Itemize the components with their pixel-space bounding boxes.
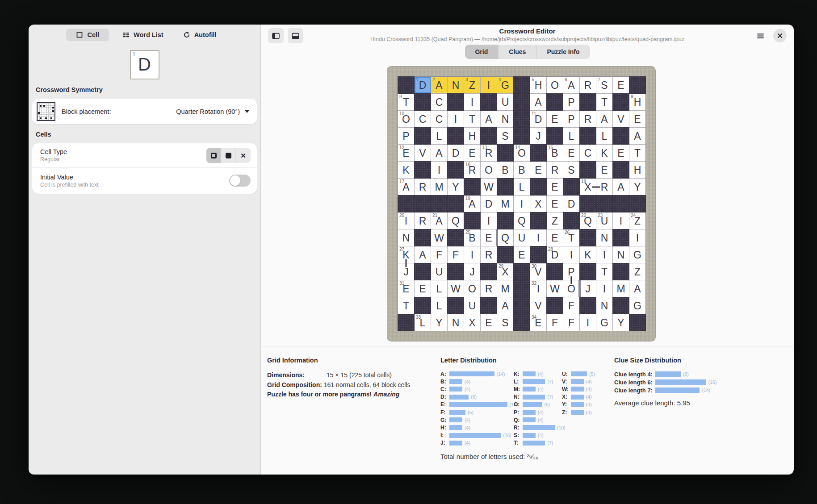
grid-cell-r10c5[interactable]: 25B [464, 229, 480, 246]
grid-cell-r7c10[interactable]: E [547, 179, 563, 195]
grid-cell-r15c4[interactable]: N [448, 314, 464, 331]
grid-cell-r8c11[interactable]: D [563, 196, 579, 212]
grid-cell-r3c14[interactable]: V [613, 111, 629, 127]
grid-cell-r8c1[interactable] [398, 196, 414, 212]
grid-cell-r15c8[interactable] [514, 314, 530, 331]
grid-cell-r13c13[interactable]: I [596, 280, 612, 297]
cell-type-regular-button[interactable] [206, 148, 221, 163]
grid-cell-r15c6[interactable]: E [481, 314, 497, 331]
grid-cell-r10c13[interactable]: N [596, 229, 612, 246]
grid-cell-r7c11[interactable] [563, 179, 579, 195]
grid-cell-r7c2[interactable]: R [415, 179, 431, 195]
grid-cell-r13c8[interactable] [514, 280, 530, 297]
grid-cell-r9c13[interactable]: 23U [596, 212, 612, 229]
grid-cell-r6c13[interactable]: E [596, 162, 612, 178]
grid-cell-r7c15[interactable]: Y [629, 179, 645, 195]
grid-cell-r11c5[interactable]: I [464, 246, 480, 263]
grid-cell-r11c11[interactable]: I [563, 246, 579, 263]
grid-cell-r2c1[interactable]: 8T [398, 94, 414, 110]
block-placement-row[interactable]: Block placement: Quarter Rotation (90°) [32, 99, 257, 124]
grid-cell-r10c15[interactable]: I [629, 229, 645, 246]
grid-cell-r3c15[interactable]: E [629, 111, 645, 127]
grid-cell-r12c10[interactable] [547, 263, 563, 280]
grid-cell-r1c9[interactable]: 5H [530, 77, 546, 93]
grid-cell-r6c1[interactable]: K [398, 162, 414, 178]
grid-cell-r6c11[interactable]: S [563, 162, 579, 178]
grid-cell-r10c6[interactable]: E [481, 229, 497, 246]
grid-cell-r5c2[interactable]: V [415, 145, 431, 161]
grid-cell-r11c8[interactable]: E [514, 246, 530, 263]
grid-cell-r5c13[interactable]: K [596, 145, 612, 161]
toggle-bottom-panel-button[interactable] [288, 28, 303, 43]
grid-cell-r10c1[interactable]: N [398, 229, 414, 246]
grid-cell-r12c8[interactable] [514, 263, 530, 280]
grid-cell-r3c5[interactable]: T [464, 111, 480, 127]
grid-cell-r5c10[interactable]: 15B [547, 145, 563, 161]
grid-cell-r13c11[interactable]: O [563, 280, 579, 297]
grid-cell-r5c12[interactable]: C [580, 145, 596, 161]
grid-cell-r14c13[interactable]: N [596, 297, 612, 314]
grid-cell-r6c5[interactable]: 16R [464, 162, 480, 178]
grid-cell-r6c6[interactable]: O [481, 162, 497, 178]
grid-cell-r13c4[interactable]: W [448, 280, 464, 297]
grid-cell-r4c7[interactable]: S [497, 128, 513, 144]
grid-cell-r15c3[interactable]: Y [431, 314, 447, 331]
grid-cell-r9c7[interactable] [497, 212, 513, 229]
grid-cell-r9c11[interactable] [563, 212, 579, 229]
tab-cell[interactable]: Cell [66, 29, 109, 41]
grid-cell-r14c4[interactable] [448, 297, 464, 314]
grid-cell-r6c4[interactable] [448, 162, 464, 178]
grid-cell-r13c3[interactable]: L [431, 280, 447, 297]
cell-type-block-button[interactable] [221, 148, 236, 163]
grid-cell-r1c11[interactable]: 6A [563, 77, 579, 93]
grid-cell-r5c11[interactable]: E [563, 145, 579, 161]
grid-cell-r5c14[interactable]: E [613, 145, 629, 161]
grid-cell-r12c4[interactable] [448, 263, 464, 280]
tab-word-list[interactable]: Word List [116, 29, 170, 41]
grid-cell-r2c2[interactable] [415, 94, 431, 110]
grid-cell-r5c1[interactable]: 12E [398, 145, 414, 161]
grid-cell-r8c6[interactable]: D [481, 196, 497, 212]
grid-cell-r7c1[interactable]: 17A [398, 179, 414, 195]
grid-cell-r8c3[interactable] [431, 196, 447, 212]
grid-cell-r7c8[interactable]: L [514, 179, 530, 195]
grid-cell-r1c8[interactable] [514, 77, 530, 93]
grid-cell-r15c10[interactable]: F [547, 314, 563, 331]
grid-cell-r14c1[interactable]: T [398, 297, 414, 314]
tab-clues[interactable]: Clues [499, 45, 536, 59]
grid-cell-r4c14[interactable] [613, 128, 629, 144]
grid-cell-r7c5[interactable] [464, 179, 480, 195]
grid-cell-r13c7[interactable]: M [497, 280, 513, 297]
grid-cell-r8c9[interactable]: X [530, 196, 546, 212]
grid-cell-r10c4[interactable] [448, 229, 464, 246]
grid-cell-r14c11[interactable]: F [563, 297, 579, 314]
grid-cell-r3c8[interactable] [514, 111, 530, 127]
grid-cell-r6c9[interactable]: E [530, 162, 546, 178]
grid-cell-r4c15[interactable]: A [629, 128, 645, 144]
grid-cell-r14c14[interactable] [613, 297, 629, 314]
grid-cell-r1c13[interactable]: 7S [596, 77, 612, 93]
grid-cell-r2c4[interactable] [448, 94, 464, 110]
grid-cell-r3c3[interactable]: C [431, 111, 447, 127]
grid-cell-r11c10[interactable]: 28D [547, 246, 563, 263]
grid-cell-r4c2[interactable] [415, 128, 431, 144]
grid-cell-r11c3[interactable]: F [431, 246, 447, 263]
grid-cell-r9c4[interactable]: Q [448, 212, 464, 229]
grid-cell-r14c8[interactable] [514, 297, 530, 314]
grid-cell-r5c8[interactable]: 14O [514, 145, 530, 161]
main-menu-button[interactable] [753, 28, 768, 43]
grid-cell-r9c9[interactable] [530, 212, 546, 229]
grid-cell-r6c10[interactable]: R [547, 162, 563, 178]
grid-cell-r9c1[interactable]: 20I [398, 212, 414, 229]
grid-cell-r9c5[interactable] [464, 212, 480, 229]
grid-cell-r9c14[interactable]: I [613, 212, 629, 229]
grid-cell-r11c4[interactable]: F [448, 246, 464, 263]
grid-cell-r6c2[interactable] [415, 162, 431, 178]
grid-cell-r12c7[interactable]: 29X [497, 263, 513, 280]
grid-cell-r9c15[interactable]: 24Z [629, 212, 645, 229]
grid-cell-r4c5[interactable]: H [464, 128, 480, 144]
grid-cell-r3c12[interactable]: R [580, 111, 596, 127]
grid-cell-r7c4[interactable]: Y [448, 179, 464, 195]
grid-cell-r8c2[interactable] [415, 196, 431, 212]
grid-cell-r4c13[interactable]: L [596, 128, 612, 144]
